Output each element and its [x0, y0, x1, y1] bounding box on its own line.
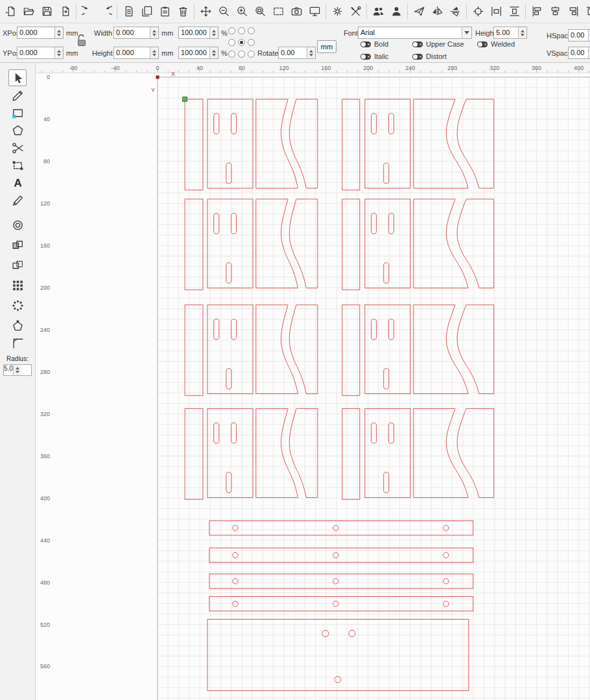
- align-right-button[interactable]: [564, 2, 582, 21]
- anchor-point-2[interactable]: [248, 27, 255, 34]
- font-select[interactable]: Arial: [358, 27, 472, 39]
- zoom-in-button[interactable]: [233, 2, 251, 21]
- distribute-vertical-button[interactable]: [505, 2, 523, 21]
- height-field[interactable]: 0.000: [113, 47, 159, 59]
- duplicate-button[interactable]: [137, 2, 156, 21]
- ypos-field[interactable]: 0.000: [17, 47, 64, 59]
- rectangle-tool-button[interactable]: [8, 104, 27, 121]
- font-height-field[interactable]: 5.00: [493, 27, 527, 39]
- open-file-button[interactable]: [19, 2, 38, 21]
- align-center-button[interactable]: [546, 2, 564, 21]
- width-value[interactable]: 0.000: [114, 27, 150, 38]
- center-target-button[interactable]: [469, 2, 487, 21]
- job-origin-marker[interactable]: [183, 97, 187, 102]
- xpos-value[interactable]: 0.000: [18, 27, 54, 38]
- radius-field[interactable]: 5.0: [3, 364, 32, 376]
- align-top-button[interactable]: [582, 2, 590, 21]
- pen-tool-button[interactable]: [8, 192, 27, 209]
- height-percent-spinner[interactable]: [209, 47, 218, 58]
- hspace-field[interactable]: 0.00: [568, 29, 590, 41]
- vspace-field[interactable]: 0.00: [568, 47, 590, 59]
- send-to-laser-button[interactable]: [410, 2, 428, 21]
- select-tool-button[interactable]: [8, 69, 27, 86]
- frame-selection-button[interactable]: [269, 2, 287, 21]
- height-percent-value[interactable]: 100.000: [179, 47, 209, 58]
- svg-text:200: 200: [363, 65, 373, 71]
- width-field[interactable]: 0.000: [113, 27, 159, 39]
- circular-array-tool-button[interactable]: [8, 297, 27, 314]
- vspace-value[interactable]: 0.00: [569, 47, 588, 58]
- offset-tool-button[interactable]: [8, 216, 27, 233]
- users-button[interactable]: [369, 2, 387, 21]
- xpos-field[interactable]: 0.000: [17, 27, 64, 39]
- rotate-field[interactable]: 0.00: [278, 47, 316, 59]
- weld-tool-button[interactable]: [8, 237, 27, 253]
- move-tool-button[interactable]: [196, 2, 215, 21]
- height-spinner[interactable]: [150, 47, 158, 58]
- node-edit-tool-button[interactable]: [8, 157, 27, 174]
- boolean-tool-button[interactable]: [8, 257, 27, 274]
- scissors-tool-button[interactable]: [8, 139, 27, 156]
- zoom-out-button[interactable]: [215, 2, 233, 21]
- redo-button[interactable]: [97, 2, 115, 21]
- array-tool-button[interactable]: [8, 277, 27, 294]
- italic-toggle[interactable]: Italic: [360, 52, 389, 60]
- ypos-spinner[interactable]: [54, 47, 63, 58]
- user-button[interactable]: [387, 2, 405, 21]
- width-percent-spinner[interactable]: [209, 27, 218, 38]
- pencil-tool-button[interactable]: [8, 87, 27, 104]
- zoom-all-button[interactable]: [251, 2, 269, 21]
- welded-toggle[interactable]: Welded: [477, 40, 515, 48]
- align-left-button[interactable]: [528, 2, 546, 21]
- anchor-point-4[interactable]: [238, 39, 245, 46]
- distribute-horizontal-button[interactable]: [487, 2, 505, 21]
- rotate-value[interactable]: 0.00: [279, 47, 307, 58]
- font-height-spinner[interactable]: [518, 27, 526, 38]
- font-height-value[interactable]: 5.00: [494, 27, 518, 38]
- delete-button[interactable]: [174, 2, 192, 21]
- radius-spinner[interactable]: [13, 365, 21, 375]
- anchor-point-5[interactable]: [248, 39, 255, 46]
- chevron-down-icon[interactable]: [462, 27, 471, 38]
- design-canvas[interactable]: -80-400408012016020024028032036040004080…: [36, 63, 590, 700]
- canvas-surface[interactable]: -80-400408012016020024028032036040004080…: [36, 63, 590, 700]
- units-button[interactable]: mm: [317, 40, 336, 53]
- anchor-point-7[interactable]: [238, 51, 245, 58]
- text-tool-button[interactable]: A: [8, 174, 27, 191]
- flip-vertical-button[interactable]: [446, 2, 464, 21]
- save-file-button[interactable]: [38, 2, 56, 21]
- distort-toggle[interactable]: Distort: [412, 52, 447, 60]
- rotate-spinner[interactable]: [307, 47, 315, 58]
- anchor-point-3[interactable]: [228, 39, 235, 46]
- bold-toggle[interactable]: Bold: [360, 40, 388, 48]
- settings-gear-button[interactable]: [328, 2, 346, 21]
- copy-button[interactable]: [119, 2, 137, 21]
- height-value[interactable]: 0.000: [114, 47, 150, 58]
- polygon-tool-button[interactable]: [8, 122, 27, 139]
- anchor-point-6[interactable]: [228, 51, 235, 58]
- lock-aspect-icon[interactable]: [77, 34, 87, 47]
- upper-case-toggle[interactable]: Upper Case: [412, 40, 464, 48]
- device-tools-button[interactable]: [346, 2, 364, 21]
- width-percent-value[interactable]: 100.000: [179, 27, 209, 38]
- polygon-node-tool-button[interactable]: [8, 317, 27, 334]
- corner-radius-tool-button[interactable]: [8, 334, 27, 351]
- anchor-point-1[interactable]: [238, 27, 245, 34]
- flip-horizontal-button[interactable]: [428, 2, 446, 21]
- import-file-button[interactable]: [56, 2, 74, 21]
- camera-button[interactable]: [287, 2, 305, 21]
- height-percent-field[interactable]: 100.000: [178, 47, 218, 59]
- anchor-point-8[interactable]: [248, 51, 255, 58]
- undo-button[interactable]: [78, 2, 97, 21]
- paste-button[interactable]: [156, 2, 174, 21]
- width-percent-field[interactable]: 100.000: [178, 27, 218, 39]
- width-spinner[interactable]: [150, 27, 158, 38]
- xpos-spinner[interactable]: [54, 27, 63, 38]
- new-file-button[interactable]: [1, 2, 19, 21]
- radius-value[interactable]: 5.0: [4, 365, 13, 375]
- hspace-value[interactable]: 0.00: [569, 30, 588, 41]
- preview-monitor-button[interactable]: [305, 2, 324, 21]
- ypos-value[interactable]: 0.000: [18, 47, 54, 58]
- anchor-grid[interactable]: [228, 27, 255, 58]
- anchor-point-0[interactable]: [228, 27, 235, 34]
